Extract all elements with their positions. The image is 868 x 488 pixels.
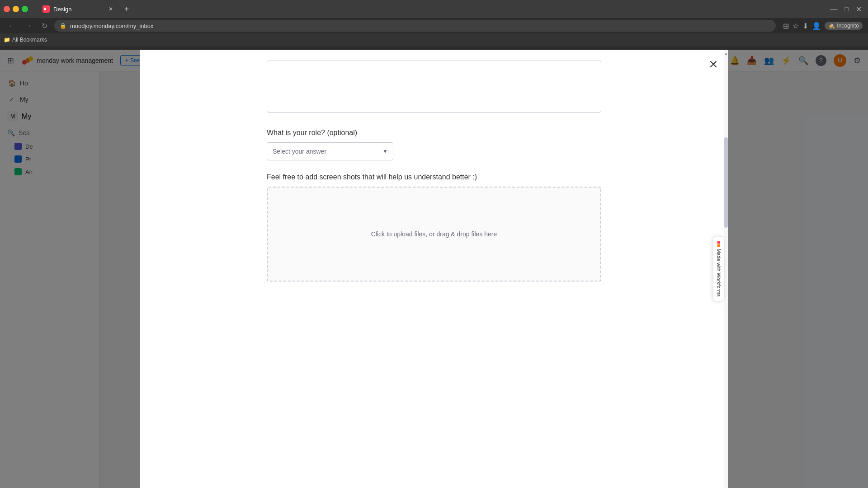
role-select-wrapper: Select your answer Developer Designer Pr… xyxy=(267,142,393,160)
wf-dot-red xyxy=(717,241,720,244)
bookmarks-folder-icon: 📁 xyxy=(4,37,10,43)
window-minimize-btn[interactable]: — xyxy=(828,5,840,14)
window-minimize-button[interactable] xyxy=(13,6,19,12)
upload-text: Click to upload files, or drag & drop fi… xyxy=(371,230,497,238)
svg-point-1 xyxy=(46,8,48,10)
scrollbar-thumb[interactable] xyxy=(724,137,728,228)
browser-actions: ⊞ ☆ ⬇ 👤 🕵 Incognito xyxy=(783,22,863,30)
nav-back-button[interactable]: ← xyxy=(5,19,18,32)
textarea-section xyxy=(267,61,601,114)
scroll-up-icon: ▲ xyxy=(724,52,728,56)
extensions-icon[interactable]: ⊞ xyxy=(783,22,789,30)
new-tab-button[interactable]: + xyxy=(120,3,133,15)
wf-dot-orange xyxy=(717,244,720,247)
workforms-badge[interactable]: Made with Workforms xyxy=(712,236,724,301)
address-bar: ← → ↻ 🔒 moodjoy.monday.com/my_inbox ⊞ ☆ … xyxy=(0,18,868,33)
workforms-logo xyxy=(717,241,720,247)
tab-favicon xyxy=(42,5,50,13)
nav-refresh-button[interactable]: ↻ xyxy=(38,19,51,32)
incognito-badge: 🕵 Incognito xyxy=(825,22,863,30)
tab-title: Design xyxy=(53,6,71,13)
modal-container: What is your role? (optional) Select you… xyxy=(140,50,728,488)
window-close-button[interactable] xyxy=(4,6,10,12)
modal-overlay: What is your role? (optional) Select you… xyxy=(0,50,868,488)
modal-close-button[interactable] xyxy=(706,57,721,71)
window-restore-btn[interactable]: □ xyxy=(842,5,851,14)
tab-close-button[interactable]: ✕ xyxy=(108,6,113,12)
url-text: moodjoy.monday.com/my_inbox xyxy=(70,23,154,29)
window-close-btn[interactable]: ✕ xyxy=(853,5,864,14)
browser-titlebar: Design ✕ + — □ ✕ xyxy=(0,0,868,18)
tab-bar: Design ✕ + xyxy=(33,1,822,17)
nav-forward-button[interactable]: → xyxy=(22,19,34,32)
bookmarks-bar: 📁 All Bookmarks xyxy=(0,33,868,46)
lock-icon: 🔒 xyxy=(60,23,66,29)
workforms-text: Made with Workforms xyxy=(716,249,721,296)
bookmark-icon[interactable]: ☆ xyxy=(793,22,799,30)
page-content: ⊞ monday work management + See plans 🔔 📥… xyxy=(0,50,868,488)
role-select[interactable]: Select your answer Developer Designer Pr… xyxy=(267,142,393,160)
screenshots-section: Feel free to add screen shots that will … xyxy=(267,173,601,282)
role-label: What is your role? (optional) xyxy=(267,129,601,137)
url-bar[interactable]: 🔒 moodjoy.monday.com/my_inbox xyxy=(54,20,776,32)
screenshots-label: Feel free to add screen shots that will … xyxy=(267,173,601,181)
file-upload-area[interactable]: Click to upload files, or drag & drop fi… xyxy=(267,187,601,282)
download-icon[interactable]: ⬇ xyxy=(802,22,808,30)
feedback-textarea[interactable] xyxy=(267,61,601,113)
profile-icon[interactable]: 👤 xyxy=(812,22,821,30)
close-icon xyxy=(710,61,717,67)
role-section: What is your role? (optional) Select you… xyxy=(267,129,601,160)
window-maximize-button[interactable] xyxy=(22,6,28,12)
browser-tab-design[interactable]: Design ✕ xyxy=(37,2,118,16)
modal-scrollbar[interactable]: ▲ xyxy=(724,50,728,488)
bookmarks-label[interactable]: All Bookmarks xyxy=(12,37,47,43)
browser-chrome: Design ✕ + — □ ✕ ← → ↻ 🔒 moodjoy.monday.… xyxy=(0,0,868,50)
modal-content-area: What is your role? (optional) Select you… xyxy=(140,50,728,488)
window-controls: — □ ✕ xyxy=(828,5,864,14)
